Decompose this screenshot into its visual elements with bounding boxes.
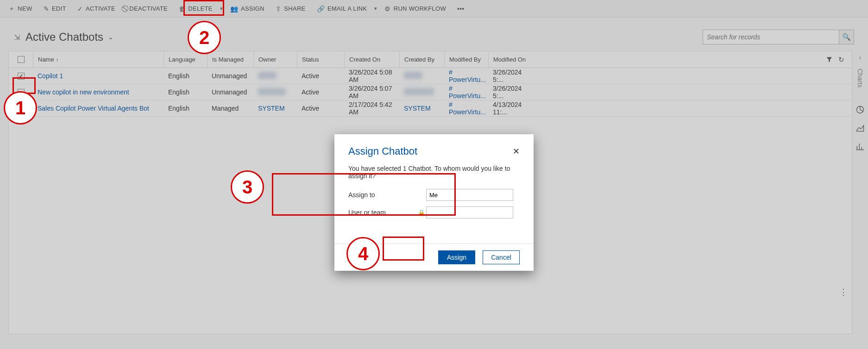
run-workflow-label: RUN WORKFLOW	[394, 5, 446, 12]
select-all-header[interactable]	[9, 51, 33, 68]
overflow-button[interactable]: •••	[452, 0, 473, 18]
row-name[interactable]: Copilot 1	[33, 72, 164, 80]
row-language: English	[164, 72, 207, 80]
chevron-down-icon: ⌄	[108, 33, 113, 41]
assign-to-input[interactable]	[426, 189, 513, 201]
sort-asc-icon: ↑	[56, 57, 59, 62]
header-language[interactable]: Language	[164, 51, 207, 68]
row-created-by[interactable]	[399, 88, 444, 97]
header-created-on[interactable]: Created On	[344, 51, 399, 68]
deactivate-label: DEACTIVATE	[129, 5, 168, 12]
email-link-button[interactable]: 🔗EMAIL A LINK	[311, 0, 373, 18]
table-row[interactable]: Copilot 1 English Unmanaged Active 3/26/…	[9, 68, 852, 84]
assign-button[interactable]: 👥ASSIGN	[225, 0, 270, 18]
deactivate-button[interactable]: ⃠DEACTIVATE	[121, 0, 173, 18]
activate-button[interactable]: ✓ACTIVATE	[72, 0, 121, 18]
user-team-input[interactable]	[426, 206, 513, 218]
new-button[interactable]: ＋NEW	[3, 0, 38, 18]
edit-label: EDIT	[52, 5, 66, 12]
row-managed: Managed	[207, 105, 253, 112]
delete-button[interactable]: 🗑DELETE	[173, 0, 218, 18]
dialog-message: You have selected 1 Chatbot. To whom wou…	[348, 165, 520, 180]
pie-chart-icon[interactable]	[855, 105, 865, 114]
email-link-dropdown[interactable]: ▾	[372, 6, 379, 12]
plus-icon: ＋	[8, 5, 15, 13]
area-chart-icon[interactable]	[855, 124, 865, 133]
row-owner[interactable]: SYSTEM	[253, 105, 297, 112]
ellipsis-icon: •••	[457, 5, 465, 12]
pencil-icon: ✎	[44, 5, 49, 12]
row-created-on: 2/17/2024 5:42 AM	[344, 101, 399, 116]
row-modified-on: 3/26/2024 5:...	[488, 69, 532, 83]
checkbox-icon	[18, 56, 25, 63]
view-title-text: Active Chatbots	[25, 31, 103, 44]
header-managed-text: Is Managed	[212, 56, 244, 63]
row-status: Active	[297, 88, 344, 96]
row-created-by[interactable]	[399, 72, 444, 81]
cancel-button[interactable]: Cancel	[483, 250, 520, 264]
header-createdby-text: Created By	[404, 56, 434, 63]
header-owner[interactable]: Owner	[253, 51, 297, 68]
row-modified-on: 3/26/2024 5:...	[488, 85, 532, 100]
assign-confirm-button[interactable]: Assign	[438, 250, 475, 264]
header-status[interactable]: Status	[297, 51, 344, 68]
pin-icon: ⇲	[14, 33, 20, 42]
expand-charts-icon[interactable]: ‹	[859, 54, 862, 61]
row-language: English	[164, 88, 207, 96]
run-workflow-button[interactable]: ⚙RUN WORKFLOW	[379, 0, 452, 18]
grid-header: Name↑ Language Is Managed Owner Status C…	[9, 51, 852, 68]
row-owner[interactable]	[253, 88, 297, 97]
header-is-managed[interactable]: Is Managed	[207, 51, 253, 68]
table-row[interactable]: New copilot in new environment English U…	[9, 84, 852, 100]
header-created-by[interactable]: Created By	[399, 51, 444, 68]
link-icon: 🔗	[317, 5, 325, 12]
search-icon: 🔍	[842, 33, 851, 41]
checkbox-icon	[18, 89, 25, 96]
delete-label: DELETE	[188, 5, 212, 12]
search-input[interactable]	[703, 30, 839, 44]
row-modified-on: 4/13/2024 11:...	[488, 101, 532, 116]
header-status-text: Status	[302, 56, 319, 63]
activate-label: ACTIVATE	[86, 5, 115, 12]
header-name-text: Name	[38, 56, 54, 63]
row-status: Active	[297, 105, 344, 112]
row-name[interactable]: Sales Copilot Power Virtual Agents Bot	[33, 105, 164, 112]
row-created-on: 3/26/2024 5:07 AM	[344, 85, 399, 100]
header-modified-on[interactable]: Modified On	[488, 51, 532, 68]
table-row[interactable]: Sales Copilot Power Virtual Agents Bot E…	[9, 100, 852, 117]
new-label: NEW	[18, 5, 32, 12]
user-team-label: User or team	[348, 209, 418, 216]
row-managed: Unmanaged	[207, 88, 253, 96]
row-modified-by[interactable]: # PowerVirtu...	[444, 101, 488, 116]
search-button[interactable]: 🔍	[839, 30, 854, 44]
delete-dropdown[interactable]: ▾	[218, 6, 225, 12]
row-checkbox[interactable]	[9, 73, 33, 80]
edit-button[interactable]: ✎EDIT	[38, 0, 72, 18]
checkbox-icon	[18, 105, 25, 112]
people-icon: 👥	[230, 5, 238, 12]
header-modified-by[interactable]: Modified By	[444, 51, 488, 68]
row-checkbox[interactable]	[9, 89, 33, 96]
row-created-by[interactable]: SYSTEM	[399, 105, 444, 112]
header-name[interactable]: Name↑	[33, 51, 164, 68]
filter-icon[interactable]	[826, 56, 833, 63]
view-selector[interactable]: ⇲ Active Chatbots ⌄	[14, 31, 113, 44]
row-name[interactable]: New copilot in new environment	[33, 88, 164, 96]
more-vertical-icon[interactable]: ⋮	[839, 287, 848, 297]
check-icon: ✓	[77, 5, 83, 12]
charts-label: Charts	[856, 69, 864, 87]
share-label: SHARE	[284, 5, 305, 12]
trash-icon: 🗑	[179, 5, 185, 12]
refresh-icon[interactable]: ↻	[838, 56, 844, 64]
bar-chart-icon[interactable]	[855, 142, 865, 151]
row-checkbox[interactable]	[9, 105, 33, 112]
header-modon-text: Modified On	[493, 56, 526, 63]
dialog-close-button[interactable]: ✕	[513, 146, 520, 156]
share-button[interactable]: ⇪SHARE	[270, 0, 311, 18]
row-modified-by[interactable]: # PowerVirtu...	[444, 69, 488, 83]
row-owner[interactable]	[253, 72, 297, 81]
assign-label: ASSIGN	[241, 5, 264, 12]
row-managed: Unmanaged	[207, 72, 253, 80]
row-status: Active	[297, 72, 344, 80]
row-modified-by[interactable]: # PowerVirtu...	[444, 85, 488, 100]
